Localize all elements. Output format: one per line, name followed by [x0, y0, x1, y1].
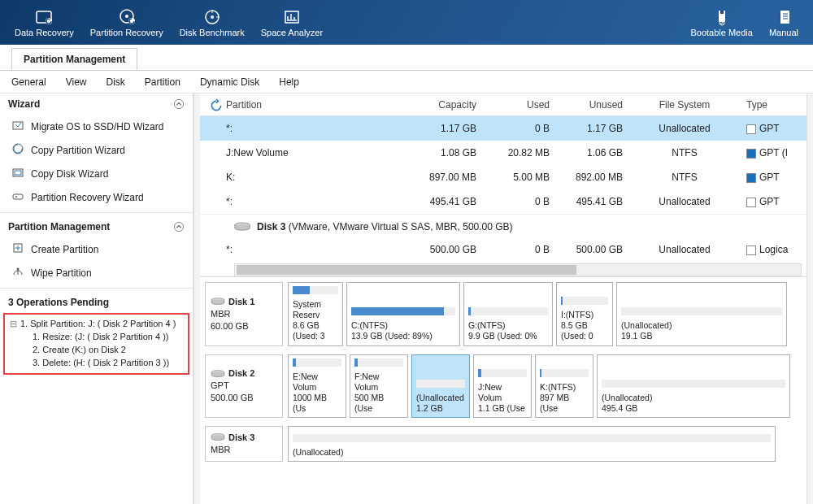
usage-meter	[293, 358, 341, 367]
table-horizontal-scrollbar[interactable]	[234, 263, 802, 276]
partition-name: J:New Volum	[478, 382, 527, 403]
sidebar-scrollbar[interactable]	[193, 93, 200, 504]
partition-name: I:(NTFS)	[561, 310, 608, 320]
partition-row[interactable]: J:New Volume1.08 GB20.82 MB1.06 GBNTFSGP…	[200, 141, 806, 165]
pm-header-label: Partition Management	[8, 221, 110, 232]
disk-label-box[interactable]: Disk 1MBR60.00 GB	[205, 282, 283, 346]
partition-box[interactable]: System Reserv8.6 GB (Used: 3	[288, 282, 343, 346]
disk-size: 500.00 GB	[211, 392, 277, 404]
partition-row[interactable]: *:1.17 GB0 B1.17 GBUnallocatedGPT	[200, 116, 806, 141]
ribbon-space-analyzer-button[interactable]: Space Analyzer	[253, 5, 331, 41]
partition-name: F:New Volum	[354, 371, 403, 393]
pm-item-icon	[11, 265, 24, 280]
main-scrollbar[interactable]	[806, 93, 813, 504]
menu-dynamic-disk[interactable]: Dynamic Disk	[200, 76, 259, 88]
disk-map-row: Disk 3MBR(Unallocated)	[205, 426, 802, 462]
wizard-section-header[interactable]: Wizard	[0, 93, 193, 115]
partition-box[interactable]: C:(NTFS)13.9 GB (Used: 89%)	[346, 282, 460, 346]
disk3-header-row[interactable]: Disk 3 (VMware, VMware Virtual S SAS, MB…	[200, 214, 806, 237]
partition-detail: 8.5 GB (Used: 0	[561, 320, 608, 341]
disk-label-box[interactable]: Disk 2GPT500.00 GB	[205, 354, 283, 419]
cell-capacity: 495.41 GB	[408, 196, 481, 207]
partition-box[interactable]: (Unallocated)	[288, 426, 776, 462]
usage-meter	[468, 307, 548, 315]
disk3-desc: (VMware, VMware Virtual S SAS, MBR, 500.…	[289, 221, 513, 232]
wizard-item[interactable]: Migrate OS to SSD/HD Wizard	[0, 115, 193, 138]
wizard-item-label: Partition Recovery Wizard	[31, 192, 144, 203]
pm-item[interactable]: Create Partition	[0, 237, 193, 261]
partition-box[interactable]: J:New Volum1.1 GB (Use	[473, 354, 532, 419]
partition-row[interactable]: K:897.00 MB5.00 MB892.00 MBNTFSGPT	[200, 165, 806, 189]
cell-capacity: 897.00 MB	[408, 172, 481, 183]
tab-partition-management[interactable]: Partition Management	[11, 48, 137, 70]
cell-filesystem: Unallocated	[628, 196, 741, 207]
wizard-item[interactable]: Partition Recovery Wizard	[0, 185, 193, 209]
partition-box[interactable]: K:(NTFS)897 MB (Use	[535, 354, 593, 419]
svg-rect-20	[15, 171, 21, 175]
partition-management-section-header[interactable]: Partition Management	[0, 216, 193, 237]
partition-box[interactable]: I:(NTFS)8.5 GB (Used: 0	[556, 282, 613, 346]
partition-box[interactable]: G:(NTFS)9.9 GB (Used: 0%	[463, 282, 553, 346]
ribbon-manual-button[interactable]: Manual	[761, 5, 806, 41]
svg-point-23	[174, 222, 183, 231]
wizard-item-icon	[11, 119, 24, 134]
menu-partition[interactable]: Partition	[145, 76, 180, 88]
usage-meter	[351, 307, 455, 315]
partition-box[interactable]: E:New Volum1000 MB (Us	[288, 354, 346, 419]
usage-meter	[540, 369, 589, 377]
partition-name: System Reserv	[293, 299, 338, 320]
pending-op-sub[interactable]: 3. Delete: (H: ( Disk 2 Partition 3 ))	[10, 357, 183, 370]
wizard-item[interactable]: Copy Partition Wizard	[0, 138, 193, 162]
cell-unused: 892.00 MB	[554, 172, 628, 183]
menu-disk[interactable]: Disk	[107, 76, 125, 88]
disk-scheme: MBR	[211, 444, 277, 456]
wizard-item[interactable]: Copy Disk Wizard	[0, 162, 193, 185]
partition-detail: 500 MB (Use	[354, 393, 403, 414]
menu-general[interactable]: General	[11, 76, 46, 88]
svg-point-3	[125, 15, 128, 18]
col-filesystem[interactable]: File System	[628, 99, 741, 111]
wizard-item-label: Copy Disk Wizard	[31, 168, 108, 180]
col-used[interactable]: Used	[481, 99, 554, 111]
cell-filesystem: Unallocated	[628, 123, 741, 134]
ribbon-disk-benchmark-button[interactable]: Disk Benchmark	[172, 5, 253, 41]
svg-rect-9	[720, 11, 724, 14]
partition-detail: 1000 MB (Us	[293, 393, 341, 414]
ribbon-data-recovery-button[interactable]: Data Recovery	[7, 5, 82, 41]
pending-op-root[interactable]: 1. Split Partition: J: ( Disk 2 Partitio…	[20, 318, 176, 331]
cell-partition: K:	[221, 172, 408, 183]
cell-partition: *:	[221, 196, 408, 207]
left-sidebar: Wizard Migrate OS to SSD/HD WizardCopy P…	[0, 93, 193, 504]
menu-view[interactable]: View	[66, 76, 87, 88]
col-unused[interactable]: Unused	[554, 99, 628, 111]
operations-pending-header: 3 Operations Pending	[0, 292, 193, 313]
cell-filesystem: NTFS	[628, 147, 741, 159]
col-partition[interactable]: Partition	[221, 99, 408, 111]
partition-box[interactable]: F:New Volum500 MB (Use	[350, 354, 408, 419]
partition-row[interactable]: *:495.41 GB0 B495.41 GBUnallocatedGPT	[200, 189, 806, 214]
ribbon-label: Manual	[769, 28, 798, 37]
tree-collapse-icon[interactable]: ⊟	[10, 318, 17, 331]
cell-filesystem: Unallocated	[628, 244, 741, 255]
partition-detail: 495.4 GB	[602, 403, 785, 414]
partition-box[interactable]: (Unallocated)19.1 GB	[616, 282, 787, 346]
partition-row[interactable]: *:500.00 GB0 B500.00 GBUnallocatedLogica	[200, 237, 806, 262]
disk-label-box[interactable]: Disk 3MBR	[205, 426, 283, 462]
pending-op-sub[interactable]: 1. Resize: (J: ( Disk 2 Partition 4 ))	[10, 331, 183, 344]
col-capacity[interactable]: Capacity	[408, 99, 481, 111]
partition-box[interactable]: (Unallocated1.2 GB	[411, 354, 470, 419]
partition-table-header: Partition Capacity Used Unused File Syst…	[200, 93, 806, 116]
pm-item[interactable]: Wipe Partition	[0, 261, 193, 285]
partition-box[interactable]: (Unallocated)495.4 GB	[597, 354, 790, 419]
ribbon-bootable-media-button[interactable]: Bootable Media	[682, 5, 760, 41]
pm-item-label: Wipe Partition	[31, 267, 92, 279]
usage-meter	[561, 297, 608, 305]
menu-help[interactable]: Help	[279, 76, 299, 88]
svg-point-22	[15, 196, 17, 198]
cell-unused: 1.17 GB	[554, 123, 628, 134]
ribbon-partition-recovery-button[interactable]: Partition Recovery	[82, 5, 172, 41]
col-type[interactable]: Type	[741, 99, 806, 111]
wizard-item-label: Copy Partition Wizard	[31, 145, 125, 156]
pending-op-sub[interactable]: 2. Create (K:) on Disk 2	[10, 344, 183, 357]
usage-meter	[293, 434, 771, 442]
